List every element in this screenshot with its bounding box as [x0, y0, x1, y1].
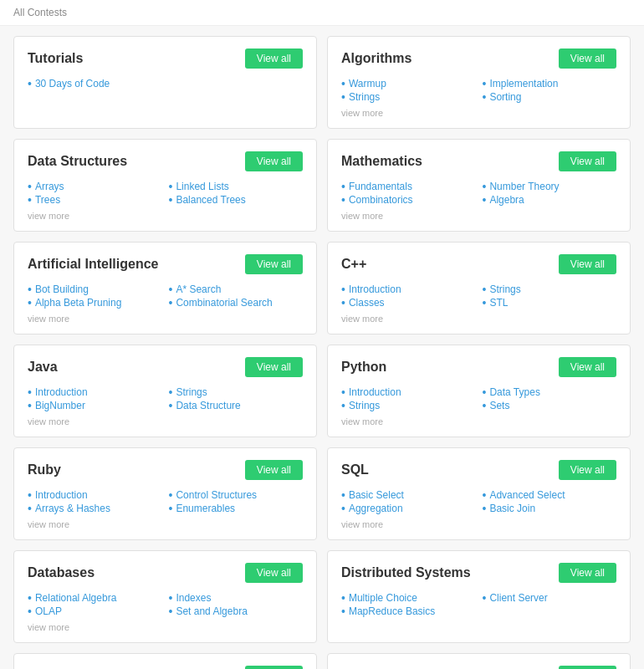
link-strings[interactable]: Strings — [341, 90, 476, 104]
link-introduction[interactable]: Introduction — [28, 488, 162, 502]
view-all-button-linux-shell[interactable]: View all — [245, 666, 303, 669]
card-distributed-systems: Distributed SystemsView allMultiple Choi… — [327, 550, 631, 643]
view-all-button-java[interactable]: View all — [245, 357, 303, 377]
link-data-structure[interactable]: Data Structure — [169, 399, 304, 412]
link-trees[interactable]: Trees — [28, 193, 162, 207]
view-all-button-data-structures[interactable]: View all — [245, 151, 303, 171]
view-more-databases[interactable]: view more — [28, 622, 303, 632]
view-more-python[interactable]: view more — [341, 416, 616, 426]
link-warmup[interactable]: Warmup — [341, 77, 476, 90]
view-more-cpp[interactable]: view more — [341, 314, 616, 324]
card-linux-shell: Linux ShellView allBashArrays in BashTex… — [13, 653, 317, 669]
card-java: JavaView allIntroductionBigNumberStrings… — [13, 345, 317, 437]
link-introduction[interactable]: Introduction — [28, 386, 162, 399]
view-more-artificial-intelligence[interactable]: view more — [28, 314, 303, 324]
card-header-python: PythonView all — [341, 357, 616, 377]
view-all-button-ruby[interactable]: View all — [245, 460, 303, 480]
link-relational-algebra[interactable]: Relational Algebra — [28, 591, 162, 605]
link-olap[interactable]: OLAP — [28, 605, 162, 618]
card-artificial-intelligence: Artificial IntelligenceView allBot Build… — [13, 242, 317, 334]
link-introduction[interactable]: Introduction — [341, 283, 476, 296]
card-col1-python: IntroductionStrings — [341, 386, 476, 412]
card-footer-python: view more — [341, 416, 616, 426]
link-arrays-&-hashes[interactable]: Arrays & Hashes — [28, 502, 162, 515]
card-header-linux-shell: Linux ShellView all — [28, 666, 303, 669]
view-all-button-mathematics[interactable]: View all — [559, 151, 616, 171]
view-all-button-sql[interactable]: View all — [559, 460, 616, 480]
link-strings[interactable]: Strings — [341, 399, 476, 412]
card-col2-artificial-intelligence: A* SearchCombinatorial Search — [169, 283, 304, 309]
link-strings[interactable]: Strings — [483, 283, 617, 296]
link-sorting[interactable]: Sorting — [483, 90, 617, 104]
link-set-and-algebra[interactable]: Set and Algebra — [169, 605, 304, 618]
card-links-artificial-intelligence: Bot BuildingAlpha Beta PruningA* SearchC… — [28, 283, 303, 309]
card-col2-tutorials — [169, 77, 304, 90]
card-header-mathematics: MathematicsView all — [341, 151, 616, 171]
view-all-button-python[interactable]: View all — [559, 357, 616, 377]
link-introduction[interactable]: Introduction — [341, 386, 476, 399]
link-alpha-beta-pruning[interactable]: Alpha Beta Pruning — [28, 296, 162, 309]
card-col1-algorithms: WarmupStrings — [341, 77, 476, 104]
link-combinatorial-search[interactable]: Combinatorial Search — [169, 296, 304, 309]
link-number-theory[interactable]: Number Theory — [483, 180, 617, 193]
link-enumerables[interactable]: Enumerables — [169, 502, 304, 515]
view-more-data-structures[interactable]: view more — [28, 211, 303, 221]
link-control-structures[interactable]: Control Structures — [169, 488, 304, 502]
view-all-button-databases[interactable]: View all — [245, 563, 303, 583]
link-data-types[interactable]: Data Types — [483, 386, 617, 399]
view-more-java[interactable]: view more — [28, 416, 303, 426]
view-all-button-artificial-intelligence[interactable]: View all — [245, 254, 303, 274]
link-basic-select[interactable]: Basic Select — [341, 488, 476, 502]
card-databases: DatabasesView allRelational AlgebraOLAPI… — [13, 550, 317, 643]
card-title-algorithms: Algorithms — [341, 51, 411, 66]
card-python: PythonView allIntroductionStringsData Ty… — [327, 345, 631, 437]
link-implementation[interactable]: Implementation — [483, 77, 617, 90]
link-bignumber[interactable]: BigNumber — [28, 399, 162, 412]
link-multiple-choice[interactable]: Multiple Choice — [341, 591, 476, 605]
card-title-ruby: Ruby — [28, 462, 61, 477]
card-title-mathematics: Mathematics — [341, 154, 422, 169]
card-sql: SQLView allBasic SelectAggregationAdvanc… — [327, 447, 631, 540]
link-algebra[interactable]: Algebra — [483, 193, 617, 207]
link-client-server[interactable]: Client Server — [483, 591, 617, 605]
link-arrays[interactable]: Arrays — [28, 180, 162, 193]
view-all-button-algorithms[interactable]: View all — [559, 49, 616, 69]
link-classes[interactable]: Classes — [341, 296, 476, 309]
link-advanced-select[interactable]: Advanced Select — [483, 488, 617, 502]
view-more-sql[interactable]: view more — [341, 519, 616, 529]
card-header-ruby: RubyView all — [28, 460, 303, 480]
card-col2-java: StringsData Structure — [169, 386, 304, 412]
view-all-button-cpp[interactable]: View all — [559, 254, 616, 274]
link-stl[interactable]: STL — [483, 296, 617, 309]
view-all-button-tutorials[interactable]: View all — [245, 49, 303, 69]
link-a*-search[interactable]: A* Search — [169, 283, 304, 296]
link-30-days-of-code[interactable]: 30 Days of Code — [28, 77, 162, 90]
link-sets[interactable]: Sets — [483, 399, 617, 412]
link-mapreduce-basics[interactable]: MapReduce Basics — [341, 605, 476, 618]
view-more-algorithms[interactable]: view more — [341, 108, 616, 118]
link-bot-building[interactable]: Bot Building — [28, 283, 162, 296]
card-col1-distributed-systems: Multiple ChoiceMapReduce Basics — [341, 591, 476, 618]
link-indexes[interactable]: Indexes — [169, 591, 304, 605]
card-title-distributed-systems: Distributed Systems — [341, 565, 471, 580]
view-all-button-functional-programming[interactable]: View all — [559, 666, 616, 669]
card-footer-ruby: view more — [28, 519, 303, 529]
link-linked-lists[interactable]: Linked Lists — [169, 180, 304, 193]
card-footer-cpp: view more — [341, 314, 616, 324]
view-more-mathematics[interactable]: view more — [341, 211, 616, 221]
link-strings[interactable]: Strings — [169, 386, 304, 399]
card-footer-databases: view more — [28, 622, 303, 632]
link-fundamentals[interactable]: Fundamentals — [341, 180, 476, 193]
link-basic-join[interactable]: Basic Join — [483, 502, 617, 515]
link-combinatorics[interactable]: Combinatorics — [341, 193, 476, 207]
card-footer-algorithms: view more — [341, 108, 616, 118]
link-aggregation[interactable]: Aggregation — [341, 502, 476, 515]
link-balanced-trees[interactable]: Balanced Trees — [169, 193, 304, 207]
view-all-button-distributed-systems[interactable]: View all — [559, 563, 616, 583]
card-col1-tutorials: 30 Days of Code — [28, 77, 162, 90]
card-col1-cpp: IntroductionClasses — [341, 283, 476, 309]
view-more-ruby[interactable]: view more — [28, 519, 303, 529]
card-col2-distributed-systems: Client Server — [483, 591, 617, 618]
card-tutorials: TutorialsView all30 Days of Code — [13, 36, 317, 129]
card-links-sql: Basic SelectAggregationAdvanced SelectBa… — [341, 488, 616, 515]
